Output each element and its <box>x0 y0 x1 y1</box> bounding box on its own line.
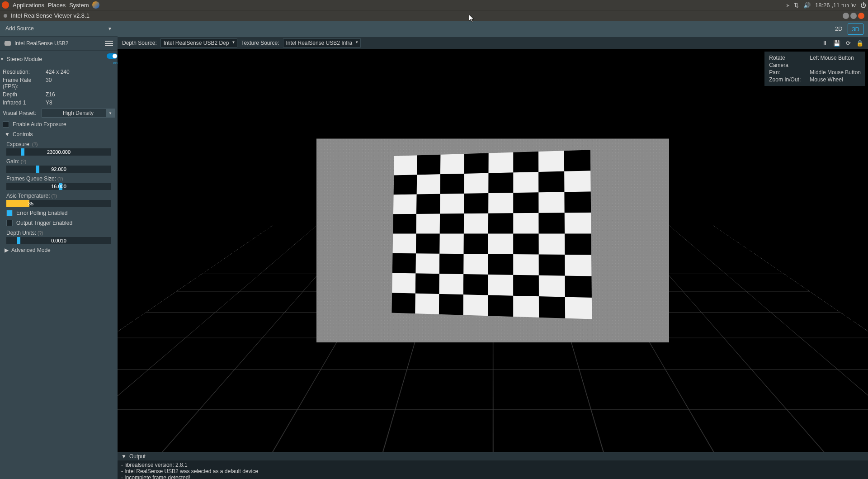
help-zoom-label: Zoom In/Out: <box>769 76 805 83</box>
refresh-icon[interactable]: ⟳ <box>846 40 851 47</box>
gain-slider[interactable]: 92.000 <box>6 166 111 173</box>
controls-help-overlay: Rotate CameraLeft Mouse Button Pan:Middl… <box>764 52 865 86</box>
depth-label: Depth <box>3 91 46 98</box>
add-source-dropdown[interactable]: Add Source ▼ <box>0 21 118 36</box>
app-icon <box>4 14 7 18</box>
hamburger-icon[interactable] <box>105 41 113 46</box>
help-icon[interactable]: (?) <box>38 231 43 236</box>
infrared-value: Y8 <box>46 100 52 106</box>
window-title: Intel RealSense Viewer v2.8.1 <box>11 12 90 19</box>
exposure-label: Exposure: <box>6 141 31 147</box>
help-icon[interactable]: (?) <box>32 142 38 147</box>
module-toggle[interactable] <box>107 53 118 59</box>
chevron-down-icon: ▼ <box>108 26 112 31</box>
module-toggle-label: on <box>107 61 118 65</box>
advanced-mode-header[interactable]: ▶ Advanced Mode <box>0 245 118 255</box>
firefox-icon[interactable] <box>92 1 99 9</box>
asic-temp-readout: 35 <box>6 200 111 207</box>
menu-system[interactable]: System <box>69 2 89 9</box>
infrared-label: Infrared 1 <box>3 100 46 106</box>
advanced-mode-label: Advanced Mode <box>11 247 51 253</box>
output-label: Output <box>129 453 146 460</box>
exposure-value: 23000.000 <box>6 149 111 155</box>
help-rotate-label: Rotate Camera <box>769 54 805 69</box>
depth-value: Z16 <box>46 91 55 98</box>
add-source-label: Add Source <box>5 25 34 32</box>
depth-source-select[interactable]: Intel RealSense USB2 Dep▼ <box>160 38 238 47</box>
main-area: 2D 3D Depth Source: Intel RealSense USB2… <box>118 21 868 479</box>
save-icon[interactable]: 💾 <box>833 40 840 47</box>
device-name: Intel RealSense USB2 <box>14 40 68 47</box>
source-bar: Depth Source: Intel RealSense USB2 Dep▼ … <box>118 37 868 49</box>
lock-icon[interactable]: 🔒 <box>856 40 863 47</box>
gain-label: Gain: <box>6 158 19 165</box>
bluetooth-icon[interactable]: ᚛ <box>786 2 789 9</box>
fps-value: 30 <box>46 77 52 90</box>
sidebar: Add Source ▼ Intel RealSense USB2 ▼ Ster… <box>0 21 118 479</box>
gain-value: 92.000 <box>6 166 111 172</box>
frames-queue-value: 16.000 <box>6 184 111 189</box>
pause-icon[interactable]: ⏸ <box>822 40 828 47</box>
chevron-down-icon: ▼ <box>355 40 359 44</box>
close-button[interactable] <box>858 13 864 19</box>
auto-exposure-checkbox[interactable] <box>3 121 9 128</box>
depth-units-label: Depth Units: <box>6 230 36 236</box>
output-trigger-label: Output Trigger Enabled <box>16 220 72 226</box>
ubuntu-icon[interactable] <box>2 1 9 9</box>
preset-value: High Density <box>63 110 94 116</box>
os-topbar: Applications Places System ᚛ ⇅ 🔊 ש' נוב … <box>0 0 868 10</box>
depth-units-value: 0.0010 <box>6 238 111 243</box>
power-icon[interactable]: ⏻ <box>860 2 866 9</box>
window-titlebar: Intel RealSense Viewer v2.8.1 <box>0 10 868 21</box>
exposure-slider[interactable]: 23000.000 <box>6 148 111 156</box>
viewport-3d[interactable]: Rotate CameraLeft Mouse Button Pan:Middl… <box>118 49 868 452</box>
menu-applications[interactable]: Applications <box>13 2 44 9</box>
output-header[interactable]: ▼ Output <box>118 452 868 460</box>
depth-source-label: Depth Source: <box>122 40 157 46</box>
help-zoom-value: Mouse Wheel <box>810 76 843 83</box>
pointcloud-preview <box>316 138 669 342</box>
module-name: Stereo Module <box>7 56 42 62</box>
resolution-value: 424 x 240 <box>46 69 70 75</box>
preset-select[interactable]: High Density ▼ <box>42 109 115 118</box>
error-polling-checkbox[interactable] <box>6 210 13 216</box>
texture-source-label: Texture Source: <box>241 40 279 46</box>
output-line: - Intel RealSense USB2 was selected as a… <box>121 468 864 474</box>
help-pan-value: Middle Mouse Button <box>810 69 861 76</box>
menu-places[interactable]: Places <box>48 2 66 9</box>
volume-icon[interactable]: 🔊 <box>803 2 811 9</box>
chevron-down-icon: ▼ <box>232 40 236 44</box>
top-toolbar: 2D 3D <box>118 21 868 37</box>
fps-label: Frame Rate (FPS): <box>3 77 46 90</box>
view-3d-button[interactable]: 3D <box>848 24 863 35</box>
help-icon[interactable]: (?) <box>52 194 57 199</box>
expand-icon: ▼ <box>121 453 127 460</box>
error-polling-label: Error Polling Enabled <box>16 210 67 216</box>
texture-source-select[interactable]: Intel RealSense USB2 Infra▼ <box>283 38 361 47</box>
depth-source-value: Intel RealSense USB2 Dep <box>164 40 229 46</box>
expand-icon: ▶ <box>5 247 9 253</box>
resolution-label: Resolution: <box>3 69 46 75</box>
output-line: - Incomplete frame detected! <box>121 474 864 479</box>
device-header[interactable]: Intel RealSense USB2 <box>0 36 118 51</box>
help-icon[interactable]: (?) <box>57 176 63 181</box>
depth-units-slider[interactable]: 0.0010 <box>6 237 111 244</box>
stereo-module-header[interactable]: ▼ Stereo Module on <box>0 51 118 68</box>
network-icon[interactable]: ⇅ <box>794 2 799 9</box>
output-trigger-checkbox[interactable] <box>6 220 13 226</box>
clock[interactable]: ש' נוב 11, 18:26 <box>815 2 856 9</box>
minimize-button[interactable] <box>843 13 849 19</box>
frames-queue-label: Frames Queue Size: <box>6 175 56 182</box>
output-line: - librealsense version: 2.8.1 <box>121 462 864 468</box>
maximize-button[interactable] <box>850 13 857 19</box>
preset-label: Visual Preset: <box>3 110 39 116</box>
view-2d-button[interactable]: 2D <box>831 24 846 35</box>
asic-temp-label: Asic Temperature: <box>6 193 50 199</box>
output-panel: ▼ Output - librealsense version: 2.8.1 -… <box>118 452 868 479</box>
help-icon[interactable]: (?) <box>21 159 26 164</box>
frames-queue-slider[interactable]: 16.000 <box>6 183 111 190</box>
controls-header[interactable]: ▼ Controls <box>0 129 118 139</box>
chevron-down-icon: ▼ <box>106 109 114 117</box>
auto-exposure-label: Enable Auto Exposure <box>13 121 66 128</box>
texture-source-value: Intel RealSense USB2 Infra <box>286 40 353 46</box>
